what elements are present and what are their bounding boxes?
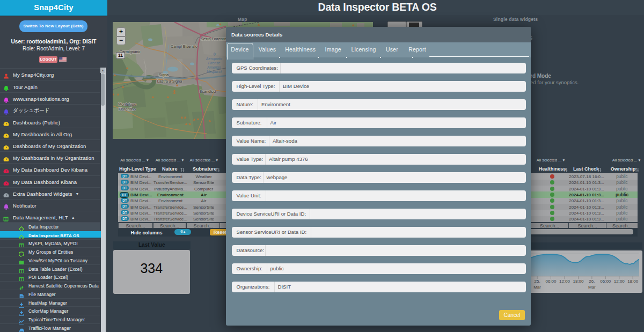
svg-text:Lastra a Signa: Lastra a Signa [157,79,182,84]
svg-text:Vespucci: Vespucci [207,70,222,74]
svg-text:Sesto Fiorentino: Sesto Fiorentino [201,36,229,41]
svg-text:Montelupo: Montelupo [118,102,136,107]
svg-text:Fiorentino: Fiorentino [119,107,136,112]
svg-text:Amerigo: Amerigo [207,65,221,70]
svg-text:Aeroporto: Aeroporto [206,57,222,61]
svg-text:Campi Bisenzio: Campi Bisenzio [171,44,197,49]
svg-text:Firenze: Firenze [208,61,221,65]
svg-text:Scandicci: Scandicci [200,89,216,94]
svg-text:Signa: Signa [159,72,169,77]
